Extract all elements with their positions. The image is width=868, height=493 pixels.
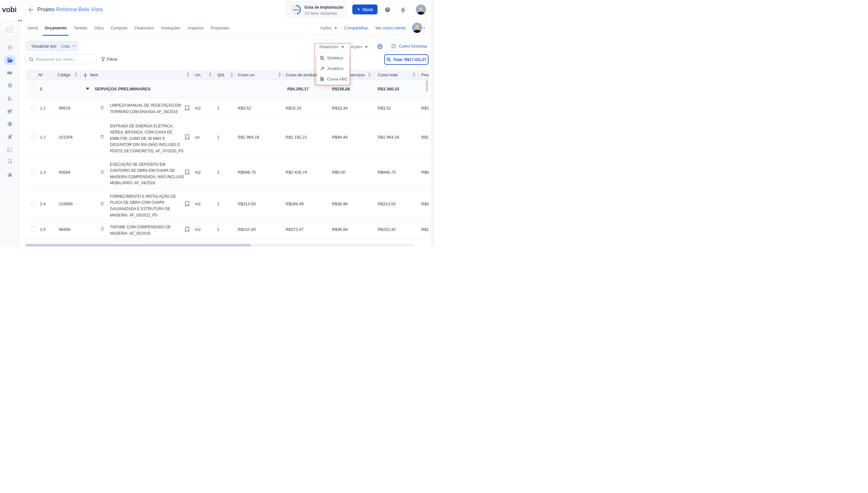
svg-text:$: $ (388, 58, 389, 61)
svg-text:?: ? (393, 45, 395, 48)
svg-text:$: $ (9, 122, 11, 126)
